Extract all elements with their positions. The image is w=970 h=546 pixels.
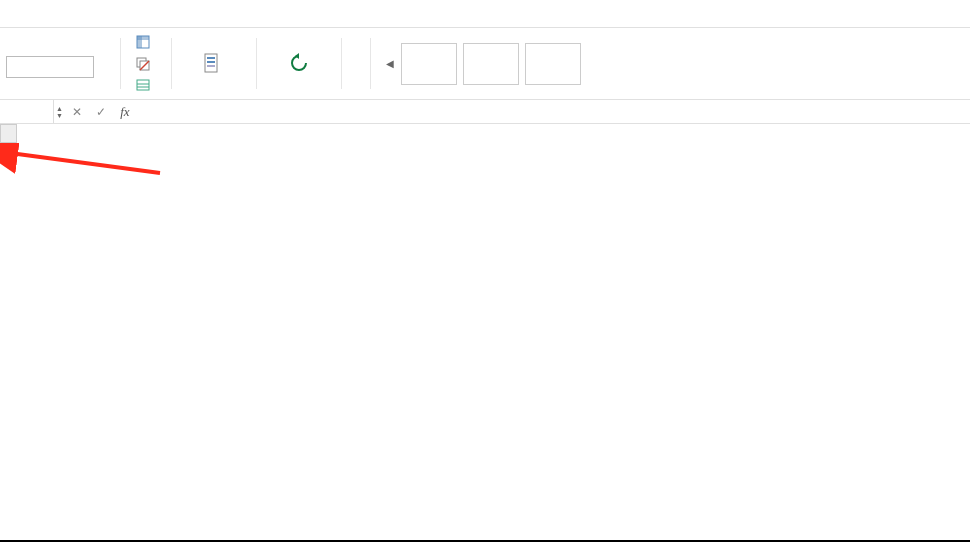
refresh-button[interactable]	[271, 32, 327, 95]
svg-rect-10	[207, 57, 215, 59]
annotation-arrow	[0, 143, 170, 183]
svg-rect-12	[207, 65, 215, 67]
style-prev[interactable]: ◀	[385, 36, 395, 92]
pivot-table-icon	[135, 34, 151, 50]
svg-rect-6	[137, 80, 149, 90]
table-style-green[interactable]	[401, 43, 457, 85]
table-style-grey[interactable]	[463, 43, 519, 85]
formula-input[interactable]	[137, 100, 970, 123]
column-headers	[17, 124, 970, 143]
fx-icon[interactable]: fx	[113, 100, 137, 123]
select-all-corner[interactable]	[0, 124, 17, 143]
svg-rect-11	[207, 61, 215, 63]
refresh-icon	[287, 51, 311, 75]
ribbon: ◀	[0, 28, 970, 100]
ribbon-tabs	[0, 0, 970, 28]
svg-line-15	[10, 153, 160, 173]
convert-range-icon	[135, 77, 151, 93]
table-style-blue[interactable]	[525, 43, 581, 85]
slicer-icon	[202, 51, 226, 75]
cancel-formula-icon[interactable]: ✕	[65, 100, 89, 123]
remove-duplicates-button[interactable]	[135, 54, 157, 74]
table-name-input[interactable]	[6, 56, 94, 78]
remove-duplicates-icon	[135, 56, 151, 72]
table-style-gallery: ◀	[385, 32, 581, 95]
svg-rect-2	[137, 36, 149, 40]
namebox-stepper[interactable]: ▲▼	[54, 105, 65, 119]
name-box[interactable]	[0, 100, 54, 123]
formula-bar: ▲▼ ✕ ✓ fx	[0, 100, 970, 124]
svg-marker-13	[295, 53, 299, 59]
convert-range-button[interactable]	[135, 75, 157, 95]
worksheet[interactable]	[0, 124, 970, 542]
accept-formula-icon[interactable]: ✓	[89, 100, 113, 123]
summarise-pivot-button[interactable]	[135, 32, 157, 52]
insert-slicer-button[interactable]	[186, 32, 242, 95]
selection-handle[interactable]	[0, 143, 6, 149]
